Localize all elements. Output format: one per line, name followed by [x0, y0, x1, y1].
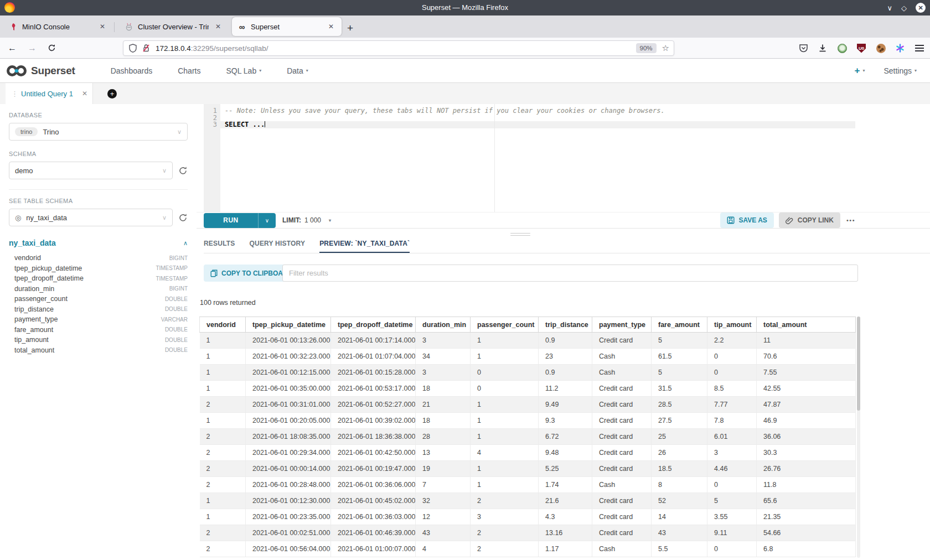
query-tab-active[interactable]: ⋮ Untitled Query 1 ✕	[6, 83, 93, 104]
column-header[interactable]: duration_min	[416, 317, 471, 333]
back-button[interactable]: ←	[8, 43, 17, 53]
table-cell: 43	[652, 525, 707, 541]
column-header[interactable]: passenger_count	[471, 317, 539, 333]
tab-results[interactable]: RESULTS	[204, 235, 235, 253]
settings-menu[interactable]: Settings▾	[884, 66, 917, 75]
table-select[interactable]: ◎ ny_taxi_data ∨	[9, 209, 173, 226]
browser-tab-superset[interactable]: ∞ Superset ✕	[232, 17, 342, 36]
column-header[interactable]: tpep_pickup_datetime	[246, 317, 331, 333]
run-button[interactable]: RUN ∨	[204, 213, 276, 228]
column-header[interactable]: tpep_dropoff_datetime	[331, 317, 416, 333]
tab-query-history[interactable]: QUERY HISTORY	[250, 235, 306, 253]
table-schema-title[interactable]: ny_taxi_data	[9, 238, 56, 247]
tab-close-icon[interactable]: ✕	[213, 22, 223, 32]
scrollbar-thumb[interactable]	[857, 317, 860, 411]
privacy-badger-icon[interactable]	[837, 43, 847, 53]
table-cell: 1	[471, 413, 539, 429]
nav-item-dashboards[interactable]: Dashboards	[111, 66, 153, 75]
database-select[interactable]: trino Trino ∨	[9, 123, 188, 141]
query-tab-close-icon[interactable]: ✕	[82, 90, 87, 97]
table-cell: 5	[652, 333, 707, 349]
drag-grip-icon[interactable]: ⋮	[11, 90, 17, 98]
filter-results-input[interactable]	[282, 265, 858, 282]
table-cell: Credit card	[592, 509, 652, 525]
tab-preview[interactable]: PREVIEW: `NY_TAXI_DATA`	[319, 235, 410, 253]
window-close-icon[interactable]: ✕	[916, 3, 926, 13]
lock-insecure-icon[interactable]	[141, 43, 151, 53]
empty-line	[220, 115, 930, 122]
query-tab-title: Untitled Query 1	[21, 90, 73, 98]
table-cell: Cash	[592, 477, 652, 493]
table-cell: Credit card	[592, 413, 652, 429]
forward-button[interactable]: →	[28, 43, 37, 53]
table-cell: 32	[416, 493, 471, 509]
results-scrollbar[interactable]	[857, 317, 860, 558]
column-name: tpep_dropoff_datetime	[14, 274, 84, 282]
chevron-down-icon: ▾	[259, 68, 261, 73]
downloads-icon[interactable]	[818, 43, 828, 53]
browser-tab-minio[interactable]: MinIO Console ✕	[3, 17, 113, 36]
minio-icon	[9, 22, 18, 31]
add-query-tab-button[interactable]: +	[107, 89, 117, 98]
column-type: TIMESTAMP	[156, 265, 188, 271]
asterisk-extension-icon[interactable]	[895, 43, 905, 53]
table-cell: 0	[707, 477, 757, 493]
cookie-extension-icon[interactable]	[876, 43, 886, 53]
nav-item-data[interactable]: Data▾	[287, 66, 308, 75]
column-header[interactable]: tip_amount	[707, 317, 757, 333]
refresh-table-icon[interactable]	[178, 213, 188, 222]
url-bar[interactable]: 172.18.0.4:32295/superset/sqllab/ 90% ☆	[123, 40, 674, 56]
new-tab-button[interactable]: +	[347, 23, 353, 33]
more-options-button[interactable]: •••	[846, 217, 855, 224]
zoom-level-badge[interactable]: 90%	[636, 43, 657, 53]
nav-item-sqllab[interactable]: SQL Lab▾	[226, 66, 261, 75]
table-cell: 8.5	[707, 381, 757, 397]
table-cell: 6.72	[539, 429, 592, 445]
minimize-icon[interactable]: ∨	[887, 4, 892, 12]
tab-close-icon[interactable]: ✕	[97, 22, 107, 32]
column-row: duration_min BIGINT	[14, 284, 188, 294]
column-header[interactable]: trip_distance	[539, 317, 592, 333]
column-header[interactable]: payment_type	[592, 317, 652, 333]
column-header[interactable]: fare_amount	[652, 317, 707, 333]
ublock-icon[interactable]: U0	[856, 43, 866, 53]
table-row: 22021-06-01 00:02:51.0002021-06-01 00:46…	[200, 525, 856, 541]
table-cell: 6.01	[707, 429, 757, 445]
add-new-button[interactable]: +▾	[854, 65, 865, 76]
line-number: 1	[204, 107, 217, 115]
text-cursor	[265, 121, 265, 127]
browser-tab-trino[interactable]: Cluster Overview - Trino ✕	[119, 17, 229, 36]
schema-select[interactable]: demo ∨	[9, 162, 173, 179]
table-cell: 9.11	[707, 525, 757, 541]
table-cell: 2021-06-01 00:35:00.000	[246, 381, 331, 397]
column-header[interactable]: total_amount	[757, 317, 856, 333]
table-cell: 1	[471, 461, 539, 477]
maximize-icon[interactable]: ◇	[901, 4, 907, 12]
table-cell: 9.49	[539, 397, 592, 413]
table-row: 22021-06-01 00:00:14.0002021-06-01 00:19…	[200, 461, 856, 477]
table-cell: 28.5	[652, 397, 707, 413]
copy-link-button[interactable]: COPY LINK	[779, 212, 840, 228]
chevron-up-icon[interactable]: ∧	[183, 240, 188, 247]
tab-close-icon[interactable]: ✕	[326, 22, 336, 32]
reload-button[interactable]	[48, 44, 56, 52]
column-header[interactable]: vendorid	[200, 317, 246, 333]
limit-dropdown[interactable]: LIMIT: 1 000 ▾	[282, 216, 331, 224]
save-as-button[interactable]: SAVE AS	[720, 212, 773, 228]
nav-item-charts[interactable]: Charts	[178, 66, 200, 75]
sql-editor[interactable]: 123 -- Note: Unless you save your query,…	[204, 104, 930, 212]
superset-brand[interactable]: Superset	[6, 64, 75, 77]
table-cell: 42.55	[757, 381, 856, 397]
superset-navbar: Superset Dashboards Charts SQL Lab▾ Data…	[0, 59, 930, 83]
refresh-schema-icon[interactable]	[178, 166, 188, 175]
run-options-caret[interactable]: ∨	[258, 213, 276, 228]
column-row: trip_distance DOUBLE	[14, 304, 188, 315]
table-cell: Credit card	[592, 445, 652, 461]
menu-icon[interactable]	[914, 43, 924, 53]
bookmark-star-icon[interactable]: ☆	[662, 43, 669, 53]
pocket-icon[interactable]	[798, 43, 808, 53]
shield-icon[interactable]	[128, 43, 138, 53]
table-cell: 7.77	[707, 397, 757, 413]
table-cell: 70.6	[757, 349, 856, 365]
table-value: ny_taxi_data	[26, 214, 67, 222]
